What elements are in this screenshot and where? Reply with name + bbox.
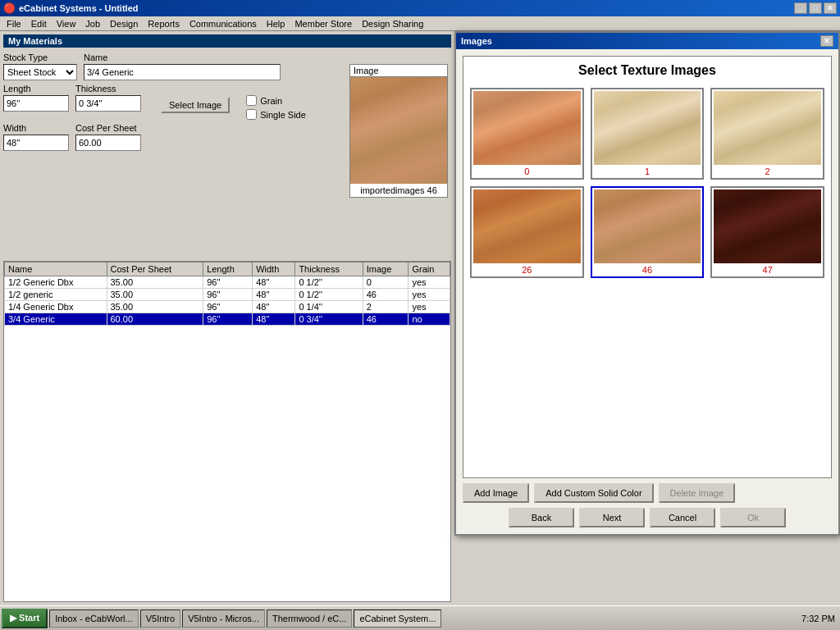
single-side-checkbox[interactable] [246,109,257,120]
table-cell-name: 1/4 Generic Dbx [5,301,107,313]
delete-image-button[interactable]: Delete Image [659,483,735,503]
system-tray: 7:32 PM [801,614,838,623]
add-custom-solid-color-button[interactable]: Add Custom Solid Color [534,483,653,503]
menu-help[interactable]: Help [262,17,290,30]
table-cell-width: 48'' [253,301,295,313]
table-cell-image: 2 [363,301,409,313]
width-group: Width [3,123,69,151]
length-input[interactable] [3,95,69,112]
texture-item-26[interactable]: 26 [470,186,584,278]
image-label-text: importedimages 46 [360,185,437,195]
menu-reports[interactable]: Reports [143,17,185,30]
dialog-nav-row: Back Next Cancel Ok [463,508,832,527]
taskbar-item-v5intro-ms[interactable]: V5Intro - Micros... [182,609,265,628]
texture-label-2: 2 [765,167,770,176]
menu-file[interactable]: File [2,17,26,30]
table-row[interactable]: 1/4 Generic Dbx35.0096''48''0 1/4''2yes [5,301,450,313]
next-button[interactable]: Next [579,508,645,527]
menu-communications[interactable]: Communications [185,17,262,30]
texture-label-1: 1 [645,167,650,176]
materials-panel: My Materials Stock Type Sheet Stock Name… [0,31,454,605]
taskbar-item-inbox[interactable]: Inbox - eCabWorl... [49,609,139,628]
maximize-button[interactable]: □ [809,2,822,14]
texture-item-2[interactable]: 2 [710,88,824,180]
select-image-button[interactable]: Select Image [161,97,230,113]
name-input[interactable] [84,64,281,80]
images-dialog: Images ✕ Select Texture Images 012264647… [454,31,840,536]
texture-img-26 [473,189,581,263]
image-preview-box: Image importedimages 46 [349,64,448,198]
cancel-button[interactable]: Cancel [650,508,715,527]
width-input[interactable] [3,135,69,151]
thickness-input[interactable] [75,95,141,112]
taskbar-item-thermwood-label: Thermwood / eC... [272,614,346,623]
table-cell-name: 1/2 Generic Dbx [5,276,107,289]
materials-table: Name Cost Per Sheet Length Width Thickne… [4,262,450,326]
thickness-group: Thickness [75,84,141,112]
table-cell-costPerSheet: 35.00 [107,301,203,313]
texture-grid: 012264647 [470,88,824,278]
menu-member-store[interactable]: Member Store [290,17,357,30]
stock-type-label: Stock Type [3,52,77,62]
table-row[interactable]: 1/2 Generic Dbx35.0096''48''0 1/2''0yes [5,276,450,289]
minimize-button[interactable]: _ [794,2,807,14]
images-dialog-body: Select Texture Images 012264647 Add Imag… [456,49,838,534]
taskbar-item-ecabinet[interactable]: eCabinet System... [354,609,441,628]
back-button[interactable]: Back [509,508,574,527]
taskbar-item-v5intro[interactable]: V5Intro [140,609,180,628]
data-table-container[interactable]: Name Cost Per Sheet Length Width Thickne… [3,261,451,602]
table-cell-image: 0 [363,276,409,289]
menu-design-sharing[interactable]: Design Sharing [357,17,428,30]
window-title: eCabinet Systems - Untitled [19,3,138,13]
cost-per-sheet-input[interactable] [75,135,141,151]
table-row[interactable]: 1/2 generic35.0096''48''0 1/2''46yes [5,289,450,301]
close-button[interactable]: ✕ [824,2,837,14]
table-cell-grain: no [409,313,450,326]
menu-design[interactable]: Design [105,17,143,30]
taskbar-item-v5intro-ms-label: V5Intro - Micros... [188,614,259,623]
images-dialog-close[interactable]: ✕ [820,35,833,47]
texture-label-0: 0 [524,167,529,176]
menu-view[interactable]: View [52,17,81,30]
table-cell-grain: yes [409,289,450,301]
table-cell-name: 1/2 generic [5,289,107,301]
title-bar: 🔴 eCabinet Systems - Untitled _ □ ✕ [0,0,840,16]
menu-edit[interactable]: Edit [26,17,52,30]
grain-label: Grain [260,96,282,106]
image-preview-img [350,77,447,184]
taskbar: ▶ Start Inbox - eCabWorl... V5Intro V5In… [0,605,840,630]
col-grain: Grain [409,262,450,276]
table-cell-costPerSheet: 35.00 [107,289,203,301]
ok-button[interactable]: Ok [720,508,786,527]
texture-item-46[interactable]: 46 [591,186,705,278]
texture-item-1[interactable]: 1 [591,88,705,180]
table-cell-costPerSheet: 35.00 [107,276,203,289]
menu-job[interactable]: Job [80,17,105,30]
select-image-container: Select Image [161,97,230,113]
table-cell-costPerSheet: 60.00 [107,313,203,326]
texture-item-0[interactable]: 0 [470,88,584,180]
grain-checkbox[interactable] [246,95,257,106]
taskbar-item-thermwood[interactable]: Thermwood / eC... [267,609,352,628]
texture-img-0 [473,91,581,165]
length-label: Length [3,84,69,94]
add-image-button[interactable]: Add Image [463,483,529,503]
taskbar-item-v5intro-label: V5Intro [146,614,175,623]
table-cell-length: 96'' [203,276,253,289]
table-cell-grain: yes [409,276,450,289]
cost-per-sheet-group: Cost Per Sheet [75,123,141,151]
width-label: Width [3,123,69,133]
col-length: Length [203,262,253,276]
app-icon: 🔴 [3,2,16,14]
grain-checkbox-row: Grain [246,95,306,106]
stock-type-select[interactable]: Sheet Stock [3,64,77,80]
table-cell-thickness: 0 1/4'' [295,301,363,313]
tray-time: 7:32 PM [801,614,835,623]
start-button[interactable]: ▶ Start [2,609,48,628]
texture-label-47: 47 [763,265,773,275]
table-row[interactable]: 3/4 Generic60.0096''48''0 3/4''46no [5,313,450,326]
table-cell-name: 3/4 Generic [5,313,107,326]
dialog-buttons-row: Add Image Add Custom Solid Color Delete … [463,483,832,503]
texture-item-47[interactable]: 47 [710,186,824,278]
title-bar-controls: _ □ ✕ [794,2,837,14]
